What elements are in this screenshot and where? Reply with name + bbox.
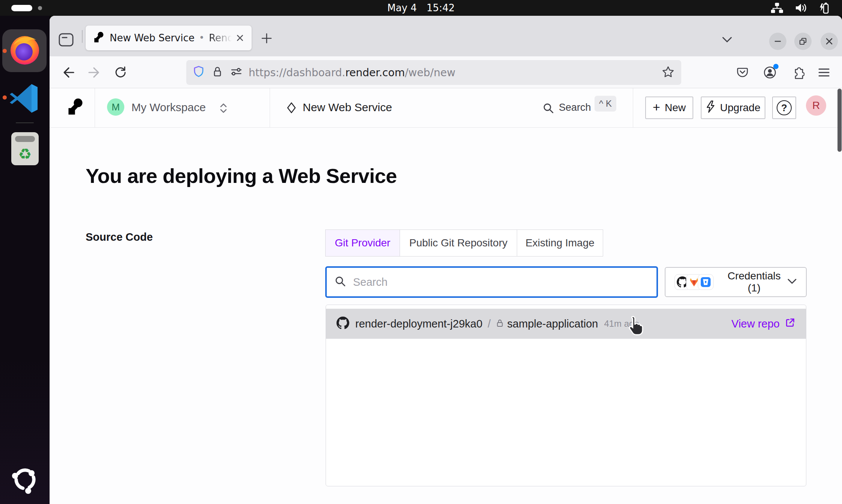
pocket-icon[interactable] — [736, 66, 749, 79]
permissions-sliders-icon[interactable] — [230, 65, 243, 80]
app-header: M My Workspace New Web Service Search ^ … — [50, 88, 842, 128]
dock-item-firefox[interactable] — [8, 32, 41, 68]
dock-divider — [16, 122, 34, 123]
tab-title-dot: • — [199, 33, 204, 43]
external-link-icon — [785, 317, 795, 330]
workspace-selector-chevrons-icon[interactable] — [219, 103, 228, 115]
service-diamond-icon — [286, 102, 297, 115]
header-divider — [95, 88, 95, 127]
repo-search-box — [325, 266, 658, 298]
repo-search-input[interactable] — [353, 276, 649, 288]
dock-firefox-running-dot — [3, 49, 7, 53]
workspace-name[interactable]: My Workspace — [131, 101, 206, 114]
repo-owner: render-deployment-j29ka0 — [355, 318, 483, 330]
repo-separator: / — [488, 318, 491, 330]
render-dashboard-page: M My Workspace New Web Service Search ^ … — [50, 88, 842, 504]
user-avatar[interactable]: R — [806, 95, 826, 116]
extensions-puzzle-icon[interactable] — [791, 66, 804, 79]
bookmark-star-icon[interactable] — [662, 65, 675, 80]
header-search-label[interactable]: Search — [559, 102, 591, 113]
repo-list-panel: render-deployment-j29ka0 / sample-applic… — [326, 305, 806, 486]
header-search-icon[interactable] — [542, 102, 554, 116]
account-icon[interactable] — [763, 66, 777, 79]
ubuntu-logo-icon[interactable] — [10, 465, 40, 496]
system-top-bar: May 4 15:42 — [0, 0, 842, 16]
tab-title-suffix: Rend — [209, 32, 234, 44]
tab-strip: New Web Service • Rend — [50, 16, 842, 56]
tab-public-git-repository[interactable]: Public Git Repository — [400, 230, 517, 256]
new-button[interactable]: + New — [645, 97, 693, 119]
breadcrumb: New Web Service — [303, 101, 392, 114]
tab-existing-image[interactable]: Existing Image — [517, 230, 603, 256]
tab-close-icon[interactable] — [234, 32, 246, 44]
dock-item-trash[interactable]: ♻ — [11, 132, 39, 165]
tracking-protection-shield-icon[interactable] — [192, 65, 205, 80]
reload-button[interactable] — [113, 66, 127, 79]
source-code-label: Source Code — [86, 231, 153, 243]
dock-item-vscode[interactable] — [8, 82, 41, 116]
help-button[interactable]: ? — [772, 97, 796, 119]
system-tray[interactable] — [771, 0, 831, 16]
repo-row[interactable]: render-deployment-j29ka0 / sample-applic… — [326, 309, 806, 339]
clock-date: May 4 — [387, 2, 417, 14]
search-icon — [334, 275, 346, 289]
account-notification-dot — [773, 64, 779, 69]
firefox-view-button[interactable] — [58, 32, 74, 47]
recycle-icon: ♻ — [11, 146, 39, 161]
forward-button[interactable] — [87, 66, 101, 79]
page-title: You are deploying a Web Service — [86, 164, 397, 187]
clock[interactable]: May 4 15:42 — [0, 0, 842, 16]
page-scrollbar-thumb[interactable] — [837, 89, 842, 152]
window-close-button[interactable] — [821, 33, 838, 50]
battery-charging-icon — [819, 2, 831, 14]
header-divider — [633, 88, 633, 127]
question-mark-icon: ? — [777, 100, 792, 115]
url-text: https://dashboard.render.com/web/new — [249, 66, 656, 79]
back-button[interactable] — [62, 66, 75, 79]
credentials-dropdown[interactable]: Credentials (1) — [665, 267, 807, 297]
mouse-cursor-pointer — [625, 315, 645, 339]
dock-vscode-running-dot — [3, 95, 7, 100]
tab-title: New Web Service — [110, 32, 195, 44]
url-bar[interactable]: https://dashboard.render.com/web/new — [186, 60, 681, 85]
credential-provider-icons — [675, 274, 714, 290]
list-all-tabs-chevron-icon[interactable] — [719, 33, 735, 47]
trash-lid — [15, 136, 35, 142]
private-repo-lock-icon — [496, 319, 504, 329]
window-restore-button[interactable] — [794, 33, 812, 50]
chevron-down-icon — [787, 278, 797, 286]
header-divider — [270, 88, 270, 127]
upgrade-button[interactable]: Upgrade — [701, 97, 765, 119]
lightning-icon — [706, 100, 715, 116]
tab-git-provider[interactable]: Git Provider — [326, 230, 400, 256]
bitbucket-icon — [698, 274, 714, 290]
github-icon — [336, 317, 349, 331]
volume-icon — [795, 2, 807, 14]
connection-lock-icon[interactable] — [211, 65, 224, 80]
screen: May 4 15:42 — [0, 0, 842, 504]
tab-favicon-render-logo — [93, 32, 104, 44]
credentials-label: Credentials (1) — [721, 270, 787, 294]
navigation-toolbar: https://dashboard.render.com/web/new — [50, 56, 842, 88]
tab-separator-line — [82, 30, 83, 43]
repo-updated-time: 41m ago — [604, 318, 731, 329]
hamburger-menu-icon[interactable] — [817, 66, 831, 79]
new-tab-button[interactable] — [258, 31, 275, 46]
repo-name: sample-application — [507, 318, 598, 330]
dock: ♻ — [0, 16, 50, 504]
firefox-window: New Web Service • Rend — [50, 16, 842, 504]
workspace-avatar[interactable]: M — [107, 98, 124, 116]
network-icon — [771, 2, 783, 14]
clock-time: 15:42 — [427, 2, 455, 14]
search-keyboard-shortcut: ^ K — [595, 96, 616, 112]
render-logo[interactable] — [67, 98, 83, 117]
active-tab[interactable]: New Web Service • Rend — [86, 26, 252, 50]
window-minimize-button[interactable] — [769, 33, 786, 50]
source-type-tabs: Git Provider Public Git Repository Exist… — [325, 229, 603, 257]
plus-icon: + — [653, 100, 660, 115]
view-repo-link[interactable]: View repo — [732, 317, 795, 330]
